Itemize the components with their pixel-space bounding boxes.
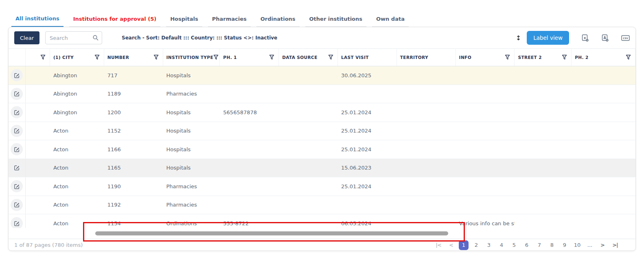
- pager-page-2[interactable]: 2: [471, 240, 481, 250]
- filter-icon[interactable]: [626, 54, 631, 60]
- cell-number: 1152: [104, 122, 163, 140]
- horizontal-scrollbar-thumb[interactable]: [95, 231, 448, 235]
- edit-row-button[interactable]: [11, 217, 23, 228]
- pager-page-4[interactable]: 4: [497, 240, 506, 250]
- tab-own-data[interactable]: Own data: [372, 13, 409, 27]
- edit-cell: [9, 140, 26, 159]
- table-row: Abington1189Pharmacies: [9, 85, 635, 104]
- edit-row-button[interactable]: [11, 69, 23, 81]
- tab-institutions-for-approval-5[interactable]: Institutions for approval (5): [69, 13, 161, 27]
- cell-info: [456, 85, 515, 103]
- column-header-info[interactable]: INFO: [456, 49, 515, 66]
- search-icon: [92, 35, 99, 41]
- cell-ph1: [220, 140, 279, 159]
- cell-institution-type: Pharmacies: [163, 196, 220, 214]
- tab-pharmacies[interactable]: Pharmacies: [208, 13, 251, 27]
- filter-icon[interactable]: [94, 54, 100, 60]
- filter-icon[interactable]: [328, 54, 333, 60]
- cell-street2: [515, 66, 572, 85]
- pager-ellipsis[interactable]: ...: [585, 240, 595, 250]
- column-header-territory[interactable]: TERRITORY: [397, 49, 456, 66]
- edit-cell: [9, 214, 26, 228]
- pager-page-9[interactable]: 9: [560, 240, 570, 250]
- row-indicator-cell: [26, 177, 50, 196]
- cell-ph1: [220, 196, 279, 214]
- table-row: Abington717Hospitals30.06.2025: [9, 66, 635, 85]
- cell-last-visit: [338, 196, 397, 214]
- column-header-institution-type[interactable]: INSTITUTION TYPE: [163, 49, 220, 66]
- table-row: Acton1165Hospitals15.06.2023: [9, 159, 635, 178]
- pager-page-7[interactable]: 7: [534, 240, 544, 250]
- table-row: Abington1200Hospitals565658787825.01.202…: [9, 103, 635, 122]
- column-header-1-city[interactable]: (1) CITY: [50, 49, 104, 66]
- cell-last-visit: [338, 85, 397, 103]
- grid-toolbar: Clear Search - Sort: Default ::: Country…: [9, 27, 635, 48]
- clear-button[interactable]: Clear: [14, 31, 39, 44]
- export-pdf-icon[interactable]: A: [601, 34, 609, 42]
- tab-hospitals[interactable]: Hospitals: [166, 13, 202, 27]
- cell-institution-type: Hospitals: [163, 66, 220, 85]
- edit-row-button[interactable]: [11, 106, 23, 118]
- pager-last-page-button[interactable]: >|: [610, 240, 620, 250]
- tab-ordinations[interactable]: Ordinations: [256, 13, 300, 27]
- cell-data-source: [279, 140, 338, 159]
- edit-cell: [9, 196, 26, 214]
- filter-icon[interactable]: [505, 54, 510, 60]
- row-height-icon[interactable]: ↕: [516, 34, 521, 42]
- row-indicator-cell: [26, 122, 50, 140]
- filter-icon[interactable]: [153, 54, 159, 60]
- pager-page-10[interactable]: 10: [572, 240, 582, 250]
- cell-ph1: 555-8722: [220, 214, 279, 228]
- column-header-label: LAST VISIT: [341, 55, 369, 60]
- filter-icon[interactable]: [562, 54, 567, 60]
- page-summary: 1 of 87 pages (780 items): [14, 242, 83, 248]
- column-header-last-visit[interactable]: LAST VISIT: [338, 49, 397, 66]
- pager-first-page-button[interactable]: |<: [434, 240, 443, 250]
- column-header-data-source[interactable]: DATA SOURCE: [279, 49, 338, 66]
- pager-page-1[interactable]: 1: [459, 240, 469, 250]
- cell-last-visit: 25.01.2024: [338, 103, 397, 122]
- cell-ph1: [220, 122, 279, 140]
- filter-icon[interactable]: [269, 54, 274, 60]
- edit-row-button[interactable]: [11, 143, 23, 155]
- cell-territory: [397, 214, 456, 228]
- edit-row-button[interactable]: [11, 162, 23, 174]
- cell-city: Acton: [50, 140, 104, 159]
- pager-page-3[interactable]: 3: [484, 240, 494, 250]
- column-header-number[interactable]: NUMBER: [104, 49, 163, 66]
- column-header-unlabeled[interactable]: [26, 49, 50, 66]
- cell-city: Abington: [50, 103, 104, 122]
- edit-cell: [9, 85, 26, 103]
- cell-data-source: [279, 85, 338, 103]
- pager: |<<12345678910...>>|: [431, 240, 620, 250]
- svg-text:CSV: CSV: [623, 37, 628, 39]
- cell-ph2: [572, 196, 635, 214]
- table-row: Acton1154Ordinations555-872206.05.2024Va…: [9, 214, 635, 228]
- pager-page-5[interactable]: 5: [509, 240, 519, 250]
- cell-ph2: [572, 103, 635, 122]
- export-xlsx-icon[interactable]: x: [581, 34, 589, 42]
- column-header-street-2[interactable]: STREET 2: [515, 49, 572, 66]
- export-csv-icon[interactable]: CSV: [621, 35, 630, 41]
- tab-all-institutions[interactable]: All institutions: [11, 12, 64, 27]
- pager-page-6[interactable]: 6: [522, 240, 532, 250]
- cell-last-visit: 06.05.2024: [338, 214, 397, 228]
- cell-street2: [515, 214, 572, 228]
- pager-prev-page-button[interactable]: <: [446, 240, 456, 250]
- filter-icon[interactable]: [40, 54, 46, 60]
- filter-icon[interactable]: [213, 54, 219, 60]
- column-header-ph-2[interactable]: PH. 2: [572, 49, 635, 66]
- label-view-button[interactable]: Label view: [527, 31, 569, 45]
- edit-row-button[interactable]: [11, 88, 23, 100]
- edit-row-button[interactable]: [11, 180, 23, 192]
- tab-other-institutions[interactable]: Other institutions: [305, 13, 366, 27]
- cell-last-visit: 25.01.2024: [338, 177, 397, 196]
- cell-number: 1192: [104, 196, 163, 214]
- pager-page-8[interactable]: 8: [547, 240, 557, 250]
- edit-row-button[interactable]: [11, 125, 23, 137]
- pager-next-page-button[interactable]: >: [598, 240, 607, 250]
- cell-ph2: [572, 85, 635, 103]
- cell-info: Various info can be st…: [456, 214, 515, 228]
- edit-row-button[interactable]: [11, 199, 23, 211]
- column-header-ph-1[interactable]: PH. 1: [220, 49, 279, 66]
